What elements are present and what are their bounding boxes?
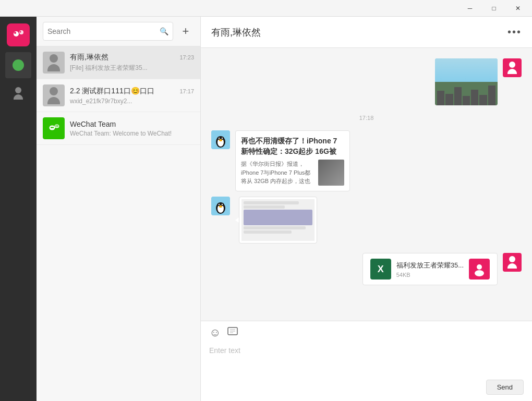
svg-point-4 [50,126,55,130]
building-5 [471,90,478,105]
chat-preview-2: wxid_e21fk79r7bxy2... [70,98,194,105]
add-contact-button[interactable]: + [177,23,194,40]
building-2 [445,94,453,105]
excel-icon: X [370,259,391,280]
user-avatar-body-2 [507,263,517,269]
svg-point-3 [20,31,21,33]
sidebar-item-contacts[interactable] [5,80,31,106]
screenshot-inner [241,199,315,241]
input-toolbar: ☺ [201,321,532,344]
chat-area: 有雨,琳依然 ••• [201,17,532,401]
chat-item-2[interactable]: 2.2 测试群口111口😊口口 17:17 wxid_e21fk79r7bxy2… [37,79,200,112]
screenshot-wrapper [235,197,317,244]
svg-point-7 [52,127,54,128]
chat-item-3[interactable]: WeChat Team WeChat Team: Welcome to WeCh… [37,112,200,145]
message-screenshot-row [211,197,522,244]
penguin-icon [211,130,230,149]
title-bar: ─ □ ✕ [0,0,532,17]
user-avatar-body [507,69,517,74]
svg-point-25 [219,205,222,208]
chat-header-3: WeChat Team [70,120,194,128]
building-1 [437,91,444,105]
minimize-button[interactable]: ─ [458,0,482,17]
chat-name-1: 有雨,琳依然 [70,53,108,62]
wechat-team-avatar [43,117,65,139]
chat-header-bar: 有雨,琳依然 ••• [201,17,532,48]
svg-point-2 [14,32,16,34]
chat-name-3: WeChat Team [70,120,116,128]
screenshot-card[interactable] [239,197,317,244]
close-button[interactable]: ✕ [506,0,530,17]
screenshot-img-placeholder [244,210,312,225]
article-card[interactable]: 再也不用清缓存了！iPhone 7 新特性确定：32G起步 16G被 据《华尔街… [235,130,350,191]
file-user-thumb [469,259,490,280]
building-6 [479,95,487,105]
contacts-icon [11,87,25,100]
svg-point-16 [222,138,223,139]
file-attach-button[interactable] [227,325,238,340]
svg-point-0 [14,31,19,37]
avatar-2 [43,84,65,106]
svg-point-5 [55,125,59,128]
avatar-1 [43,52,65,74]
svg-point-17 [219,139,222,141]
city-background [435,58,498,105]
attach-icon [227,325,238,337]
user-avatar-right-2 [503,253,522,272]
timestamp-row: 17:18 [211,115,522,121]
message-image-row [211,58,522,105]
chat-header-2: 2.2 测试群口111口😊口口 17:17 [70,87,194,96]
svg-point-15 [219,138,220,139]
logo-icon [10,27,26,43]
chat-list: 有雨,琳依然 17:23 [File] 福利发放王者荣耀35... 2.2 [37,46,200,401]
penguin-icon-2 [211,197,230,215]
search-bar: 🔍 + [37,17,200,46]
svg-point-8 [55,125,56,126]
text-input-area[interactable]: Enter text [201,344,532,375]
maximize-button[interactable]: □ [482,0,506,17]
user-avatar-right [503,58,522,77]
chat-icon [13,59,24,71]
svg-point-23 [219,204,220,205]
wechat-logo-icon [46,121,61,136]
chat-item-1[interactable]: 有雨,琳依然 17:23 [File] 福利发放王者荣耀35... [37,46,200,79]
search-input-wrapper[interactable]: 🔍 [43,22,173,41]
sidebar-item-chat[interactable] [5,52,31,78]
file-thumb-icon [471,261,487,277]
chat-header-1: 有雨,琳依然 17:23 [70,53,194,62]
article-text: 据《华尔街日报》报道，iPhone 7与iPhone 7 Plus都将从 32G… [241,160,314,186]
contact-avatar-penguin-2 [211,197,230,215]
input-placeholder: Enter text [209,346,524,355]
chat-info-1: 有雨,琳依然 17:23 [File] 福利发放王者荣耀35... [70,53,194,72]
main-container: 🔍 + 有雨,琳依然 17:23 [File] 福利发放王 [0,17,532,401]
emoji-button[interactable]: ☺ [209,326,221,339]
chat-info-2: 2.2 测试群口111口😊口口 17:17 wxid_e21fk79r7bxy2… [70,87,194,105]
user-avatar-head [509,62,515,68]
search-input[interactable] [47,27,160,35]
building-4 [463,96,470,105]
app-logo [5,22,31,48]
user-avatar-head-2 [509,256,515,262]
chat-time-1: 17:23 [179,54,194,60]
building-3 [454,87,462,105]
screenshot-line-4 [244,230,292,234]
chat-name-2: 2.2 测试群口111口😊口口 [70,87,154,96]
city-buildings [435,84,498,105]
send-row: Send [201,375,532,401]
screenshot-line-2 [244,205,285,209]
input-area: ☺ Enter text Send [201,321,532,401]
send-button[interactable]: Send [486,380,524,395]
article-thumbnail [318,160,344,186]
messages-area: 17:18 [201,48,532,321]
chat-time-2: 17:17 [179,88,194,94]
chat-window-title: 有雨,琳依然 [211,26,261,39]
chat-info-3: WeChat Team WeChat Team: Welcome to WeCh… [70,120,194,137]
more-options-button[interactable]: ••• [507,26,522,38]
screenshot-line-3 [244,226,306,229]
search-icon-button[interactable]: 🔍 [160,27,168,35]
message-article-content: 再也不用清缓存了！iPhone 7 新特性确定：32G起步 16G被 据《华尔街… [235,130,350,191]
svg-point-6 [51,127,52,128]
message-file-row: X 福利发放王者荣耀35... 54KB [211,253,522,285]
sidebar-icons [0,17,37,401]
file-card[interactable]: X 福利发放王者荣耀35... 54KB [362,253,498,285]
